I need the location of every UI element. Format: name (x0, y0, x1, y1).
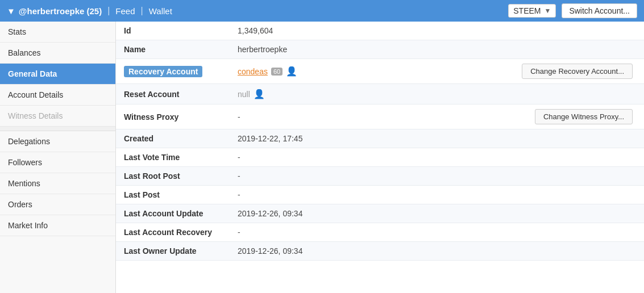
feed-link[interactable]: Feed (115, 6, 135, 16)
table-row-last-root-post: Last Root Post - (116, 167, 644, 186)
row-action-last-root-post (433, 167, 644, 186)
wallet-link[interactable]: Wallet (149, 6, 172, 16)
switch-account-button[interactable]: Switch Account... (562, 3, 637, 18)
change-recovery-account-button[interactable]: Change Recovery Account... (522, 64, 633, 79)
table-row-reset: Reset Account null 👤 (116, 84, 644, 104)
sidebar-item-delegations[interactable]: Delegations (0, 131, 115, 152)
row-label-last-owner-update: Last Owner Update (116, 242, 230, 261)
sidebar-divider (0, 127, 115, 131)
null-text: null (238, 90, 250, 99)
table-row: Id 1,349,604 (116, 22, 644, 40)
row-value-last-account-update: 2019-12-26, 09:34 (230, 204, 433, 223)
dropdown-arrow-icon: ▼ (7, 6, 15, 16)
steem-dropdown[interactable]: STEEM ▼ (508, 4, 556, 18)
row-label-name: Name (116, 40, 230, 59)
row-value-last-root-post: - (230, 167, 433, 186)
table-row-last-vote: Last Vote Time - (116, 148, 644, 167)
row-value-reset: null 👤 (230, 84, 433, 104)
content-area: Id 1,349,604 Name herbertroepke Recovery… (116, 22, 644, 293)
general-data-table: Id 1,349,604 Name herbertroepke Recovery… (116, 22, 644, 261)
row-action-reset (433, 84, 644, 104)
main-layout: Stats Balances General Data Account Deta… (0, 22, 644, 293)
row-value-last-post: - (230, 186, 433, 204)
row-action-last-account-update (433, 204, 644, 223)
row-value-name: herbertroepke (230, 40, 433, 59)
separator-2: | (141, 6, 143, 16)
row-value-witness-proxy: - (230, 104, 433, 129)
row-action-last-post (433, 186, 644, 204)
row-label-reset: Reset Account (116, 84, 230, 104)
row-value-recovery: condeas 60 👤 (230, 59, 433, 84)
row-label-last-vote: Last Vote Time (116, 148, 230, 167)
row-action-witness-proxy: Change Witness Proxy... (433, 104, 644, 129)
table-row-last-owner-update: Last Owner Update 2019-12-26, 09:34 (116, 242, 644, 261)
user-icon[interactable]: 👤 (286, 66, 297, 77)
sidebar-item-balances[interactable]: Balances (0, 43, 115, 64)
reset-user-icon[interactable]: 👤 (254, 89, 265, 99)
account-label: @herbertroepke (25) (19, 6, 102, 16)
sidebar-item-account-details[interactable]: Account Details (0, 85, 115, 106)
row-action-id (433, 22, 644, 40)
top-bar: ▼ @herbertroepke (25) | Feed | Wallet ST… (0, 0, 644, 22)
row-action-created (433, 129, 644, 148)
table-row-recovery: Recovery Account condeas 60 👤 Change Rec… (116, 59, 644, 84)
row-label-last-account-update: Last Account Update (116, 204, 230, 223)
row-action-recovery: Change Recovery Account... (433, 59, 644, 84)
row-action-last-account-recovery (433, 223, 644, 242)
change-witness-proxy-button[interactable]: Change Witness Proxy... (535, 109, 633, 124)
row-action-last-owner-update (433, 242, 644, 261)
sidebar-item-stats[interactable]: Stats (0, 22, 115, 43)
row-action-last-vote (433, 148, 644, 167)
separator-1: | (107, 6, 110, 16)
reputation-badge[interactable]: 60 (271, 68, 282, 76)
row-value-created: 2019-12-22, 17:45 (230, 129, 433, 148)
table-row-created: Created 2019-12-22, 17:45 (116, 129, 644, 148)
row-value-last-owner-update: 2019-12-26, 09:34 (230, 242, 433, 261)
row-label-last-root-post: Last Root Post (116, 167, 230, 186)
sidebar-item-followers[interactable]: Followers (0, 152, 115, 173)
row-label-last-account-recovery: Last Account Recovery (116, 223, 230, 242)
table-row-witness-proxy: Witness Proxy - Change Witness Proxy... (116, 104, 644, 129)
row-label-recovery: Recovery Account (116, 59, 230, 84)
row-label-id: Id (116, 22, 230, 40)
table-row-last-post: Last Post - (116, 186, 644, 204)
table-row-last-account-recovery: Last Account Recovery - (116, 223, 644, 242)
steem-dropdown-arrow-icon: ▼ (545, 7, 551, 15)
account-menu[interactable]: ▼ @herbertroepke (25) (7, 6, 102, 16)
table-row: Name herbertroepke (116, 40, 644, 59)
sidebar-item-general-data[interactable]: General Data (0, 64, 115, 85)
recovery-account-cell: condeas 60 👤 (238, 66, 425, 77)
row-action-name (433, 40, 644, 59)
sidebar-item-orders[interactable]: Orders (0, 194, 115, 215)
row-value-last-vote: - (230, 148, 433, 167)
sidebar-item-market-info[interactable]: Market Info (0, 215, 115, 236)
row-label-created: Created (116, 129, 230, 148)
reset-account-cell: null 👤 (238, 89, 425, 99)
steem-label: STEEM (513, 6, 541, 15)
row-value-id: 1,349,604 (230, 22, 433, 40)
row-label-last-post: Last Post (116, 186, 230, 204)
condeas-link[interactable]: condeas (238, 67, 268, 76)
row-label-witness-proxy: Witness Proxy (116, 104, 230, 129)
row-value-last-account-recovery: - (230, 223, 433, 242)
sidebar-item-mentions[interactable]: Mentions (0, 173, 115, 194)
recovery-account-label-highlight: Recovery Account (124, 66, 202, 77)
table-row-last-account-update: Last Account Update 2019-12-26, 09:34 (116, 204, 644, 223)
sidebar: Stats Balances General Data Account Deta… (0, 22, 116, 293)
sidebar-item-witness-details: Witness Details (0, 106, 115, 127)
